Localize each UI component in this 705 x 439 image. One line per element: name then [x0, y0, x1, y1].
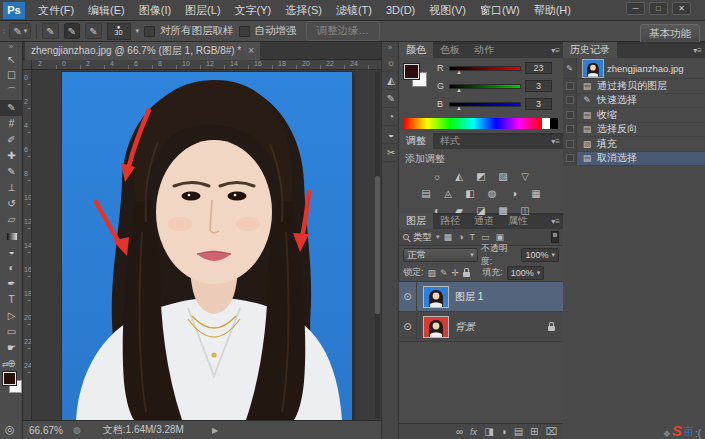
marquee-tool[interactable]: ☐ [0, 68, 23, 84]
info-collapsed-icon[interactable]: ◒ [382, 126, 400, 144]
layer-thumbnail[interactable] [424, 287, 448, 307]
adjustment-icon-1-4[interactable]: ◑ [507, 187, 522, 200]
layer-filter-icon-1[interactable]: ◑ [458, 232, 463, 242]
layer-style-fx-icon[interactable]: fx [470, 427, 477, 437]
color-spectrum-bar[interactable] [404, 118, 558, 129]
opacity-field[interactable]: 100% ▾ [521, 248, 559, 262]
clone-source-collapsed-icon[interactable]: ◔ [382, 108, 400, 126]
foreground-color-swatch[interactable] [3, 372, 16, 385]
history-checkbox[interactable] [566, 82, 574, 90]
history-state-5[interactable]: ▤取消选择 [563, 152, 705, 167]
move-tool[interactable]: ↖ [0, 52, 23, 68]
canvas-pasteboard[interactable] [32, 70, 381, 420]
snapshot-thumbnail[interactable] [583, 60, 603, 77]
panel-menu-icon[interactable]: ▾≡ [551, 217, 560, 226]
adjustment-icon-1-2[interactable]: ◧ [463, 187, 478, 200]
history-snapshot-row[interactable]: ✎ zhengjianzhao.jpg [563, 58, 705, 79]
adjustment-icon-0-1[interactable]: ◭ [452, 170, 467, 183]
fill-field[interactable]: 100% ▾ [507, 266, 545, 280]
quick-mask-button[interactable]: ◎ [5, 423, 15, 436]
adjustment-icon-0-2[interactable]: ◩ [474, 170, 489, 183]
filter-kind-dropdown[interactable]: 类型 [413, 231, 432, 244]
tool-preset-dropdown[interactable]: ✎ ▾ [9, 23, 31, 39]
layer-filter-icon-0[interactable]: ▦ [444, 232, 453, 242]
document-tab[interactable]: zhengjianzhao.jpg @ 66.7% (图层 1, RGB/8#)… [25, 42, 260, 60]
status-options-arrow[interactable]: ▶ [212, 426, 218, 435]
layer-thumbnail[interactable] [424, 317, 448, 337]
blend-mode-select[interactable]: 正常 ▾ [403, 248, 478, 262]
add-to-selection-mode-button[interactable]: ✎ [64, 23, 80, 39]
adjustment-layer-icon[interactable]: ◑ [501, 426, 507, 437]
history-state-4[interactable]: ▧填充 [563, 137, 705, 152]
history-source-column[interactable] [563, 79, 577, 93]
menu-item-8[interactable]: 视图(V) [422, 0, 473, 20]
tab-swatches[interactable]: 色板 [433, 42, 467, 58]
eyedropper-tool[interactable]: ✐ [0, 132, 23, 148]
lock-pixels-icon[interactable]: ✎ [440, 268, 448, 278]
adjustment-icon-0-3[interactable]: ▨ [496, 170, 511, 183]
slider-thumb-icon[interactable]: ▲ [456, 105, 462, 111]
history-state-1[interactable]: ✎快速选择 [563, 94, 705, 109]
minimize-button[interactable]: ─ [626, 2, 645, 15]
blue-slider[interactable]: ▲ [449, 102, 521, 107]
close-tab-icon[interactable]: × [248, 42, 254, 60]
black-swatch[interactable] [550, 118, 558, 129]
type-tool[interactable]: T [0, 292, 23, 308]
gradient-tool[interactable] [0, 228, 23, 244]
tab-history[interactable]: 历史记录 [563, 42, 617, 58]
foreground-color-well[interactable] [404, 64, 419, 79]
tab-properties[interactable]: 属性 [501, 213, 535, 229]
menu-item-5[interactable]: 选择(S) [278, 0, 329, 20]
layer-name[interactable]: 图层 1 [455, 290, 483, 304]
tab-color[interactable]: 颜色 [399, 42, 433, 58]
red-value[interactable]: 23 [525, 62, 552, 74]
history-source-column[interactable] [563, 123, 577, 137]
eraser-tool[interactable]: ▱ [0, 212, 23, 228]
history-source-column[interactable] [563, 108, 577, 122]
layer-filter-icon-4[interactable]: ▣ [495, 232, 504, 242]
green-value[interactable]: 3 [525, 80, 552, 92]
menu-item-6[interactable]: 滤镜(T) [329, 0, 379, 20]
layer-filter-icon-3[interactable]: ▭ [481, 232, 490, 242]
panel-menu-icon[interactable]: ▾≡ [551, 137, 560, 146]
menu-item-2[interactable]: 图像(I) [132, 0, 178, 20]
layer-row-layer1[interactable]: ⊙ 图层 1 [399, 282, 563, 312]
panel-menu-icon[interactable]: ▾≡ [693, 46, 702, 55]
visibility-eye-icon[interactable]: ⊙ [399, 312, 417, 341]
tab-styles[interactable]: 样式 [433, 133, 467, 149]
adjustment-icon-1-0[interactable]: ▤ [419, 187, 434, 200]
adjustment-icon-1-1[interactable]: ◬ [441, 187, 456, 200]
tab-layers[interactable]: 图层 [399, 213, 433, 229]
blur-tool[interactable]: ◒ [0, 244, 23, 260]
refine-edge-button[interactable]: 调整边缘… [306, 21, 381, 41]
history-checkbox[interactable] [566, 140, 574, 148]
menu-item-1[interactable]: 编辑(E) [81, 0, 132, 20]
brush-size-picker[interactable]: ● 30 [107, 23, 131, 40]
history-checkbox[interactable] [566, 111, 574, 119]
filter-toggle-switch[interactable] [551, 231, 559, 243]
new-layer-icon[interactable]: ⊞ [530, 426, 538, 437]
zoom-level[interactable]: 66.67% [29, 425, 63, 436]
new-selection-mode-button[interactable]: ✎ [42, 23, 58, 39]
adjustment-icon-0-0[interactable]: ☼ [430, 170, 445, 183]
dodge-tool[interactable]: ◐ [0, 260, 23, 276]
lock-position-icon[interactable]: ✛ [452, 268, 460, 278]
adjustment-icon-0-4[interactable]: ▽ [518, 170, 533, 183]
pen-tool[interactable]: ✒ [0, 276, 23, 292]
photo-canvas[interactable] [62, 72, 352, 420]
slider-thumb-icon[interactable]: ▲ [456, 87, 462, 93]
menu-item-0[interactable]: 文件(F) [31, 0, 81, 20]
green-slider[interactable]: ▲ [449, 84, 521, 89]
clone-stamp-tool[interactable]: ⊥ [0, 180, 23, 196]
swap-colors-icon[interactable]: ⇄ [2, 360, 9, 369]
menu-item-10[interactable]: 帮助(H) [527, 0, 578, 20]
shape-tool[interactable]: ▭ [0, 324, 23, 340]
healing-brush-tool[interactable]: ✚ [0, 148, 23, 164]
hand-tool[interactable]: ☛ [0, 340, 23, 356]
collapse-toolbar-icon[interactable]: » [0, 42, 22, 52]
scrollbar-thumb[interactable] [375, 176, 380, 314]
layer-filter-icon-2[interactable]: T [469, 232, 475, 242]
adjustment-icon-1-5[interactable]: ▦ [529, 187, 544, 200]
menu-item-7[interactable]: 3D(D) [379, 0, 422, 20]
menu-item-4[interactable]: 文字(Y) [228, 0, 279, 20]
